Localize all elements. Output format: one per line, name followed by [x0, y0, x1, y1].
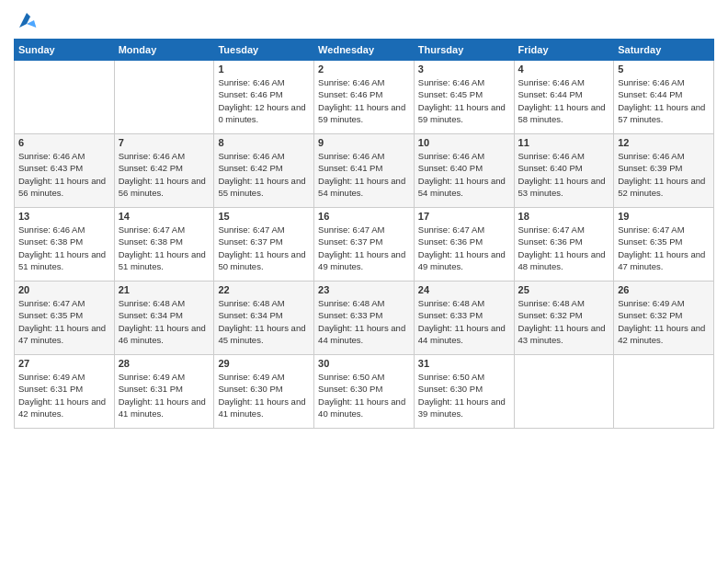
day-number: 2	[318, 63, 410, 75]
page: SundayMondayTuesdayWednesdayThursdayFrid…	[0, 0, 728, 563]
weekday-header-row: SundayMondayTuesdayWednesdayThursdayFrid…	[15, 40, 714, 61]
calendar-cell: 4Sunrise: 6:46 AMSunset: 6:44 PMDaylight…	[514, 61, 614, 134]
day-detail: Sunrise: 6:47 AMSunset: 6:38 PMDaylight:…	[119, 224, 210, 272]
logo	[14, 9, 38, 31]
day-detail: Sunrise: 6:46 AMSunset: 6:42 PMDaylight:…	[119, 150, 210, 199]
calendar-cell: 18Sunrise: 6:47 AMSunset: 6:36 PMDayligh…	[514, 208, 614, 282]
day-detail: Sunrise: 6:49 AMSunset: 6:31 PMDaylight:…	[119, 371, 210, 419]
day-number: 30	[318, 358, 410, 369]
day-detail: Sunrise: 6:49 AMSunset: 6:32 PMDaylight:…	[618, 297, 710, 346]
calendar-cell: 30Sunrise: 6:50 AMSunset: 6:30 PMDayligh…	[314, 355, 415, 429]
day-number: 11	[518, 137, 610, 148]
calendar-cell: 15Sunrise: 6:47 AMSunset: 6:37 PMDayligh…	[214, 208, 314, 282]
day-detail: Sunrise: 6:47 AMSunset: 6:37 PMDaylight:…	[318, 224, 410, 272]
calendar-cell: 8Sunrise: 6:46 AMSunset: 6:42 PMDaylight…	[214, 134, 314, 208]
day-detail: Sunrise: 6:46 AMSunset: 6:38 PMDaylight:…	[18, 224, 110, 272]
day-detail: Sunrise: 6:46 AMSunset: 6:44 PMDaylight:…	[518, 76, 610, 125]
day-number: 23	[318, 284, 410, 295]
day-number: 5	[618, 63, 710, 75]
day-number: 28	[119, 358, 210, 369]
calendar-cell	[514, 355, 614, 429]
day-number: 9	[318, 137, 410, 148]
day-detail: Sunrise: 6:46 AMSunset: 6:40 PMDaylight:…	[418, 150, 510, 199]
logo-icon	[16, 9, 38, 31]
week-row-2: 6Sunrise: 6:46 AMSunset: 6:43 PMDaylight…	[15, 134, 714, 208]
day-detail: Sunrise: 6:46 AMSunset: 6:46 PMDaylight:…	[218, 76, 310, 125]
day-number: 22	[218, 284, 310, 295]
day-number: 1	[218, 63, 310, 75]
day-detail: Sunrise: 6:48 AMSunset: 6:34 PMDaylight:…	[119, 297, 210, 346]
day-number: 26	[618, 284, 710, 295]
calendar-cell: 24Sunrise: 6:48 AMSunset: 6:33 PMDayligh…	[414, 282, 514, 355]
day-number: 15	[218, 211, 310, 222]
day-number: 4	[518, 63, 610, 75]
header	[14, 9, 714, 31]
day-number: 31	[418, 358, 510, 369]
calendar-cell: 2Sunrise: 6:46 AMSunset: 6:46 PMDaylight…	[314, 61, 415, 134]
day-number: 20	[18, 284, 110, 295]
day-number: 14	[119, 211, 210, 222]
weekday-header-tuesday: Tuesday	[214, 40, 314, 61]
day-detail: Sunrise: 6:46 AMSunset: 6:39 PMDaylight:…	[618, 150, 710, 199]
day-detail: Sunrise: 6:48 AMSunset: 6:32 PMDaylight:…	[518, 297, 610, 346]
calendar-cell: 28Sunrise: 6:49 AMSunset: 6:31 PMDayligh…	[114, 355, 214, 429]
day-detail: Sunrise: 6:46 AMSunset: 6:42 PMDaylight:…	[218, 150, 310, 199]
day-number: 25	[518, 284, 610, 295]
day-number: 21	[119, 284, 210, 295]
weekday-header-sunday: Sunday	[15, 40, 115, 61]
calendar-cell	[15, 61, 115, 134]
day-detail: Sunrise: 6:46 AMSunset: 6:43 PMDaylight:…	[18, 150, 110, 199]
calendar-table: SundayMondayTuesdayWednesdayThursdayFrid…	[14, 39, 714, 429]
week-row-1: 1Sunrise: 6:46 AMSunset: 6:46 PMDaylight…	[15, 61, 714, 134]
day-number: 16	[318, 211, 410, 222]
day-number: 17	[418, 211, 510, 222]
day-detail: Sunrise: 6:48 AMSunset: 6:33 PMDaylight:…	[318, 297, 410, 346]
svg-marker-1	[27, 20, 36, 28]
day-detail: Sunrise: 6:50 AMSunset: 6:30 PMDaylight:…	[418, 371, 510, 419]
day-detail: Sunrise: 6:48 AMSunset: 6:33 PMDaylight:…	[418, 297, 510, 346]
day-detail: Sunrise: 6:48 AMSunset: 6:34 PMDaylight:…	[218, 297, 310, 346]
day-detail: Sunrise: 6:46 AMSunset: 6:46 PMDaylight:…	[318, 76, 410, 125]
weekday-header-monday: Monday	[114, 40, 214, 61]
calendar-cell: 13Sunrise: 6:46 AMSunset: 6:38 PMDayligh…	[15, 208, 115, 282]
calendar-cell: 27Sunrise: 6:49 AMSunset: 6:31 PMDayligh…	[15, 355, 115, 429]
calendar-cell: 11Sunrise: 6:46 AMSunset: 6:40 PMDayligh…	[514, 134, 614, 208]
day-detail: Sunrise: 6:46 AMSunset: 6:41 PMDaylight:…	[318, 150, 410, 199]
calendar-cell: 29Sunrise: 6:49 AMSunset: 6:30 PMDayligh…	[214, 355, 314, 429]
week-row-4: 20Sunrise: 6:47 AMSunset: 6:35 PMDayligh…	[15, 282, 714, 355]
day-number: 19	[618, 211, 710, 222]
day-number: 8	[218, 137, 310, 148]
day-detail: Sunrise: 6:49 AMSunset: 6:30 PMDaylight:…	[218, 371, 310, 419]
day-number: 13	[18, 211, 110, 222]
day-number: 7	[119, 137, 210, 148]
day-detail: Sunrise: 6:49 AMSunset: 6:31 PMDaylight:…	[18, 371, 110, 419]
calendar-cell	[114, 61, 214, 134]
calendar-cell: 31Sunrise: 6:50 AMSunset: 6:30 PMDayligh…	[414, 355, 514, 429]
calendar-cell: 9Sunrise: 6:46 AMSunset: 6:41 PMDaylight…	[314, 134, 415, 208]
calendar-cell: 25Sunrise: 6:48 AMSunset: 6:32 PMDayligh…	[514, 282, 614, 355]
day-number: 3	[418, 63, 510, 75]
calendar-cell: 23Sunrise: 6:48 AMSunset: 6:33 PMDayligh…	[314, 282, 415, 355]
day-detail: Sunrise: 6:47 AMSunset: 6:37 PMDaylight:…	[218, 224, 310, 272]
calendar-cell: 14Sunrise: 6:47 AMSunset: 6:38 PMDayligh…	[114, 208, 214, 282]
weekday-header-thursday: Thursday	[414, 40, 514, 61]
weekday-header-friday: Friday	[514, 40, 614, 61]
calendar-cell: 26Sunrise: 6:49 AMSunset: 6:32 PMDayligh…	[614, 282, 714, 355]
day-detail: Sunrise: 6:47 AMSunset: 6:35 PMDaylight:…	[18, 297, 110, 346]
day-detail: Sunrise: 6:46 AMSunset: 6:44 PMDaylight:…	[618, 76, 710, 125]
calendar-cell: 21Sunrise: 6:48 AMSunset: 6:34 PMDayligh…	[114, 282, 214, 355]
day-detail: Sunrise: 6:47 AMSunset: 6:36 PMDaylight:…	[418, 224, 510, 272]
calendar-cell: 17Sunrise: 6:47 AMSunset: 6:36 PMDayligh…	[414, 208, 514, 282]
day-detail: Sunrise: 6:46 AMSunset: 6:45 PMDaylight:…	[418, 76, 510, 125]
calendar-cell: 20Sunrise: 6:47 AMSunset: 6:35 PMDayligh…	[15, 282, 115, 355]
day-number: 6	[18, 137, 110, 148]
day-number: 27	[18, 358, 110, 369]
week-row-5: 27Sunrise: 6:49 AMSunset: 6:31 PMDayligh…	[15, 355, 714, 429]
calendar-cell: 1Sunrise: 6:46 AMSunset: 6:46 PMDaylight…	[214, 61, 314, 134]
day-number: 29	[218, 358, 310, 369]
weekday-header-saturday: Saturday	[614, 40, 714, 61]
calendar-cell: 5Sunrise: 6:46 AMSunset: 6:44 PMDaylight…	[614, 61, 714, 134]
calendar-cell: 16Sunrise: 6:47 AMSunset: 6:37 PMDayligh…	[314, 208, 415, 282]
week-row-3: 13Sunrise: 6:46 AMSunset: 6:38 PMDayligh…	[15, 208, 714, 282]
calendar-cell: 10Sunrise: 6:46 AMSunset: 6:40 PMDayligh…	[414, 134, 514, 208]
